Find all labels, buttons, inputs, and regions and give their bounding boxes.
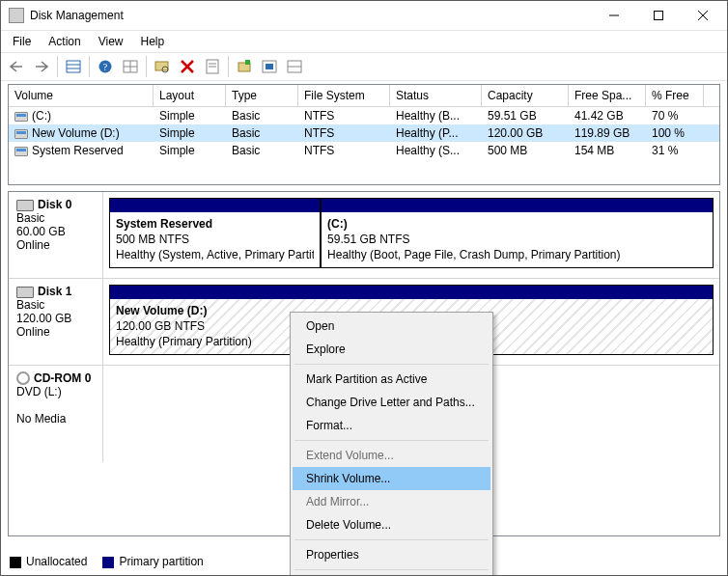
cell: NTFS	[298, 107, 390, 124]
legend-unallocated: Unallocated	[26, 555, 87, 568]
cell: 119.89 GB	[569, 124, 646, 142]
cell: Simple	[154, 124, 226, 142]
svg-rect-12	[155, 62, 168, 70]
volume-row[interactable]: System ReservedSimpleBasicNTFSHealthy (S…	[9, 142, 719, 159]
toolbar: ?	[1, 52, 727, 81]
volume-list-header: Volume Layout Type File System Status Ca…	[9, 85, 719, 107]
partition-body: System Reserved500 MB NTFSHealthy (Syste…	[110, 212, 320, 267]
cell: Simple	[154, 107, 226, 124]
menu-item[interactable]: Mark Partition as Active	[293, 368, 490, 391]
cell: NTFS	[298, 124, 390, 142]
view-list-icon[interactable]	[62, 55, 85, 78]
partition-header	[110, 199, 320, 212]
volume-row[interactable]: New Volume (D:)SimpleBasicNTFSHealthy (P…	[9, 124, 719, 142]
volume-list[interactable]: Volume Layout Type File System Status Ca…	[8, 84, 720, 185]
partition[interactable]: System Reserved500 MB NTFSHealthy (Syste…	[109, 198, 321, 268]
menu-item[interactable]: Format...	[293, 414, 490, 437]
cell: 500 MB	[482, 142, 569, 159]
window-title: Disk Management	[30, 9, 592, 22]
volume-icon	[14, 112, 28, 122]
cell: 59.51 GB	[482, 107, 569, 124]
action-2-icon[interactable]	[258, 55, 281, 78]
col-layout[interactable]: Layout	[154, 85, 226, 106]
disk-label: CD-ROM 0DVD (L:)No Media	[9, 366, 103, 462]
svg-rect-1	[655, 12, 663, 20]
legend-primary: Primary partition	[119, 555, 203, 568]
menu-separator	[294, 364, 489, 365]
col-freespace[interactable]: Free Spa...	[569, 85, 646, 106]
disk-partitions: System Reserved500 MB NTFSHealthy (Syste…	[103, 192, 719, 278]
cell: Healthy (B...	[390, 107, 482, 124]
col-volume[interactable]: Volume	[9, 85, 154, 106]
menu-item[interactable]: Explore	[293, 338, 490, 361]
disk-label: Disk 1Basic120.00 GBOnline	[9, 279, 103, 365]
help-icon[interactable]: ?	[94, 55, 117, 78]
menu-action[interactable]: Action	[41, 33, 88, 50]
volume-row[interactable]: (C:)SimpleBasicNTFSHealthy (B...59.51 GB…	[9, 107, 719, 124]
cell: 100 %	[646, 124, 704, 142]
cell: 31 %	[646, 142, 704, 159]
menu-item[interactable]: Shrink Volume...	[293, 467, 490, 490]
menu-item: Add Mirror...	[293, 490, 490, 513]
cell: NTFS	[298, 142, 390, 159]
partition-body: (C:)59.51 GB NTFSHealthy (Boot, Page Fil…	[322, 212, 713, 267]
col-status[interactable]: Status	[390, 85, 482, 106]
menu-help[interactable]: Help	[133, 33, 173, 50]
unallocated-swatch	[10, 557, 21, 568]
minimize-button[interactable]	[592, 1, 636, 30]
disk-row: Disk 0Basic60.00 GBOnlineSystem Reserved…	[9, 192, 719, 279]
app-icon	[9, 8, 24, 23]
partition-header	[110, 286, 713, 299]
action-1-icon[interactable]	[233, 55, 256, 78]
col-capacity[interactable]: Capacity	[482, 85, 569, 106]
svg-rect-4	[67, 61, 80, 72]
cell: Simple	[154, 142, 226, 159]
delete-icon[interactable]	[176, 55, 199, 78]
col-filesystem[interactable]: File System	[298, 85, 390, 106]
cell: System Reserved	[9, 142, 154, 159]
menu-item[interactable]: Open	[293, 315, 490, 338]
cell: Healthy (S...	[390, 142, 482, 159]
menu-item[interactable]: Change Drive Letter and Paths...	[293, 391, 490, 414]
cell: Basic	[226, 124, 298, 142]
menu-file[interactable]: File	[5, 33, 39, 50]
primary-swatch	[102, 557, 114, 568]
menu-item[interactable]: Delete Volume...	[293, 513, 490, 536]
col-pctfree[interactable]: % Free	[646, 85, 704, 106]
volume-icon	[14, 129, 28, 139]
view-settings-icon[interactable]	[119, 55, 142, 78]
close-button[interactable]	[681, 1, 725, 30]
cell: 154 MB	[569, 142, 646, 159]
menu-separator	[294, 539, 489, 540]
menu-separator	[294, 569, 489, 570]
cell: 41.42 GB	[569, 107, 646, 124]
cdrom-icon	[16, 371, 30, 385]
titlebar: Disk Management	[1, 1, 727, 31]
svg-rect-22	[266, 64, 273, 69]
disk-label: Disk 0Basic60.00 GBOnline	[9, 192, 103, 278]
menu-item[interactable]: Properties	[293, 543, 490, 566]
menu-item: Extend Volume...	[293, 444, 490, 467]
partition-header	[322, 199, 713, 212]
cell: Basic	[226, 107, 298, 124]
forward-button[interactable]	[30, 55, 53, 78]
cell: (C:)	[9, 107, 154, 124]
back-button[interactable]	[5, 55, 28, 78]
cell: 70 %	[646, 107, 704, 124]
maximize-button[interactable]	[636, 1, 681, 30]
cell: New Volume (D:)	[9, 124, 154, 142]
svg-rect-20	[245, 60, 250, 65]
refresh-icon[interactable]	[151, 55, 174, 78]
properties-icon[interactable]	[201, 55, 224, 78]
menu-separator	[294, 440, 489, 441]
volume-icon	[14, 147, 28, 156]
cell: 120.00 GB	[482, 124, 569, 142]
col-type[interactable]: Type	[226, 85, 298, 106]
partition[interactable]: (C:)59.51 GB NTFSHealthy (Boot, Page Fil…	[321, 198, 714, 268]
action-3-icon[interactable]	[283, 55, 306, 78]
svg-text:?: ?	[103, 62, 108, 72]
legend: Unallocated Primary partition	[10, 555, 204, 568]
cell: Healthy (P...	[390, 124, 482, 142]
context-menu[interactable]: OpenExploreMark Partition as ActiveChang…	[290, 312, 493, 576]
menu-view[interactable]: View	[91, 33, 131, 50]
